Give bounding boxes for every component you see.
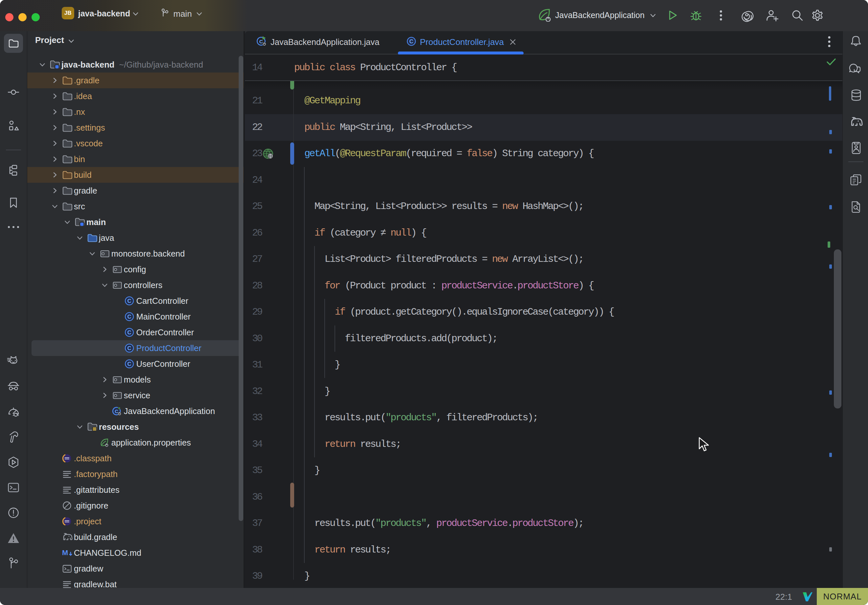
svg-text:C: C <box>127 361 131 367</box>
svg-text:C: C <box>127 330 131 336</box>
svg-text:C: C <box>127 345 131 351</box>
svg-text:C: C <box>115 408 118 414</box>
svg-text:M: M <box>62 549 68 557</box>
svg-text:C: C <box>409 39 413 45</box>
svg-text:C: C <box>127 298 131 304</box>
svg-text:C: C <box>127 314 131 320</box>
svg-text:C: C <box>259 39 263 44</box>
